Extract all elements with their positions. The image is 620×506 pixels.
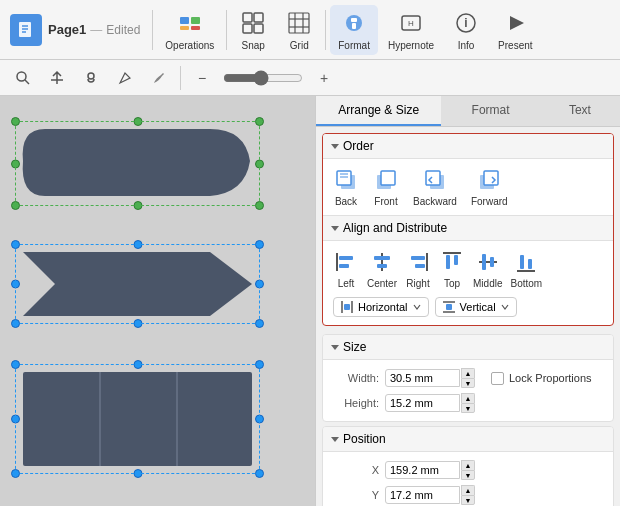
size-body: Width: ▲ ▼ Lock Proportions [323, 360, 613, 421]
order-label: Order [343, 139, 374, 153]
search-tool[interactable] [10, 65, 36, 91]
svg-rect-54 [482, 254, 486, 270]
handle2-br[interactable] [255, 319, 264, 328]
width-label: Width: [333, 372, 379, 384]
handle-tl[interactable] [11, 117, 20, 126]
toolbar-info[interactable]: i Info [444, 5, 488, 55]
height-row: Height: ▲ ▼ [333, 393, 603, 413]
x-step-down[interactable]: ▼ [461, 470, 475, 480]
align-top-label: Top [444, 278, 460, 289]
lock-proportions-checkbox[interactable] [491, 372, 504, 385]
handle2-bl[interactable] [11, 319, 20, 328]
order-section-header[interactable]: Order [323, 134, 613, 159]
shape-2-container[interactable] [15, 244, 260, 324]
width-step-up[interactable]: ▲ [461, 368, 475, 378]
height-input-group: ▲ ▼ [385, 393, 475, 413]
page-icon [10, 14, 42, 46]
shape-3-container[interactable] [15, 364, 260, 474]
y-step-down[interactable]: ▼ [461, 495, 475, 505]
position-header[interactable]: Position [323, 427, 613, 452]
handle-br[interactable] [255, 201, 264, 210]
svg-rect-58 [528, 259, 532, 269]
tab-arrange[interactable]: Arrange & Size [316, 96, 441, 126]
svg-rect-45 [374, 256, 390, 260]
format-label: Format [338, 40, 370, 51]
operations-icon [176, 9, 204, 37]
pan-tool[interactable] [44, 65, 70, 91]
handle3-bl[interactable] [11, 469, 20, 478]
vertical-dist-label: Vertical [460, 301, 496, 313]
handle-mr[interactable] [255, 159, 264, 168]
y-input[interactable] [385, 486, 460, 504]
x-input[interactable] [385, 461, 460, 479]
align-middle[interactable]: Middle [473, 249, 502, 289]
lock-proportions-label: Lock Proportions [509, 372, 592, 384]
tab-text[interactable]: Text [540, 96, 620, 126]
size-header[interactable]: Size [323, 335, 613, 360]
handle-tm[interactable] [133, 117, 142, 126]
app-toolbar: Page1 — Edited Operations [0, 0, 620, 60]
brush-tool[interactable] [146, 65, 172, 91]
handle3-ml[interactable] [11, 415, 20, 424]
handle-ml[interactable] [11, 159, 20, 168]
backward-label: Backward [413, 196, 457, 207]
zoom-out-tool[interactable]: − [189, 65, 215, 91]
toolbar-divider-1 [152, 10, 153, 50]
toolbar-grid[interactable]: Grid [277, 5, 321, 55]
order-backward[interactable]: Backward [413, 167, 457, 207]
handle2-tr[interactable] [255, 240, 264, 249]
tab-format[interactable]: Format [441, 96, 539, 126]
align-triangle [331, 226, 339, 231]
order-forward[interactable]: Forward [471, 167, 508, 207]
pen-tool[interactable] [112, 65, 138, 91]
order-front[interactable]: Front [373, 167, 399, 207]
handle-bl[interactable] [11, 201, 20, 210]
handle2-tl[interactable] [11, 240, 20, 249]
svg-rect-8 [243, 13, 252, 22]
svg-rect-55 [490, 257, 494, 267]
align-top[interactable]: Top [439, 249, 465, 289]
handle2-bm[interactable] [133, 319, 142, 328]
align-section-header[interactable]: Align and Distribute [323, 215, 613, 241]
svg-rect-46 [377, 264, 387, 268]
handle3-br[interactable] [255, 469, 264, 478]
toolbar-hypernote[interactable]: H Hypernote [380, 5, 442, 55]
vertical-chevron-icon [500, 302, 510, 312]
height-step-up[interactable]: ▲ [461, 393, 475, 403]
height-step-down[interactable]: ▼ [461, 403, 475, 413]
zoom-in-tool[interactable]: + [311, 65, 337, 91]
height-input[interactable] [385, 394, 460, 412]
align-bottom[interactable]: Bottom [510, 249, 542, 289]
canvas-area[interactable] [0, 96, 315, 506]
distribute-horizontal[interactable]: Horizontal [333, 297, 429, 317]
order-back[interactable]: Back [333, 167, 359, 207]
y-step-up[interactable]: ▲ [461, 485, 475, 495]
distribute-vertical[interactable]: Vertical [435, 297, 517, 317]
x-step-up[interactable]: ▲ [461, 460, 475, 470]
toolbar-operations[interactable]: Operations [157, 5, 222, 55]
toolbar-present[interactable]: Present [490, 5, 540, 55]
shape-1-container[interactable] [15, 121, 260, 206]
align-left[interactable]: Left [333, 249, 359, 289]
select-tool[interactable] [78, 65, 104, 91]
handle3-tl[interactable] [11, 360, 20, 369]
handle-tr[interactable] [255, 117, 264, 126]
width-input[interactable] [385, 369, 460, 387]
toolbar-snap[interactable]: Snap [231, 5, 275, 55]
forward-icon [476, 167, 502, 193]
svg-rect-42 [339, 256, 353, 260]
svg-marker-24 [510, 16, 524, 30]
width-step-down[interactable]: ▼ [461, 378, 475, 388]
handle2-mr[interactable] [255, 280, 264, 289]
toolbar-format[interactable]: Format [330, 5, 378, 55]
handle3-bm[interactable] [133, 469, 142, 478]
zoom-slider[interactable] [223, 70, 303, 86]
handle3-tr[interactable] [255, 360, 264, 369]
handle2-tm[interactable] [133, 240, 142, 249]
align-right[interactable]: Right [405, 249, 431, 289]
handle-bm[interactable] [133, 201, 142, 210]
handle3-tm[interactable] [133, 360, 142, 369]
align-center[interactable]: Center [367, 249, 397, 289]
handle3-mr[interactable] [255, 415, 264, 424]
handle2-ml[interactable] [11, 280, 20, 289]
